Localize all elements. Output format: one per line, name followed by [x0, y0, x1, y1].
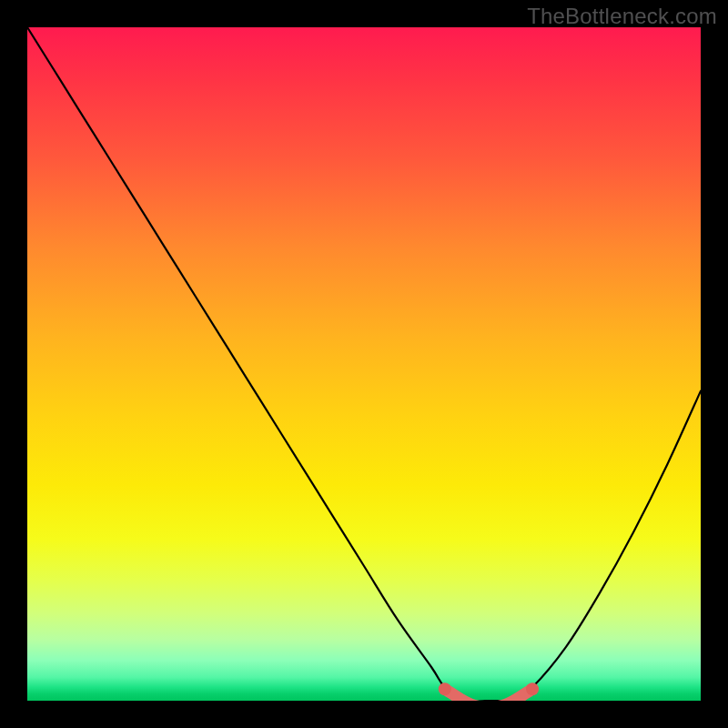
chart-frame: TheBottleneck.com	[0, 0, 728, 728]
watermark-label: TheBottleneck.com	[527, 4, 717, 29]
optimal-endpoint-right	[526, 682, 539, 695]
bottleneck-curve	[27, 27, 701, 701]
plot-area	[27, 27, 701, 701]
optimal-band	[445, 689, 532, 701]
chart-svg	[27, 27, 701, 701]
optimal-endpoint-left	[439, 682, 451, 695]
